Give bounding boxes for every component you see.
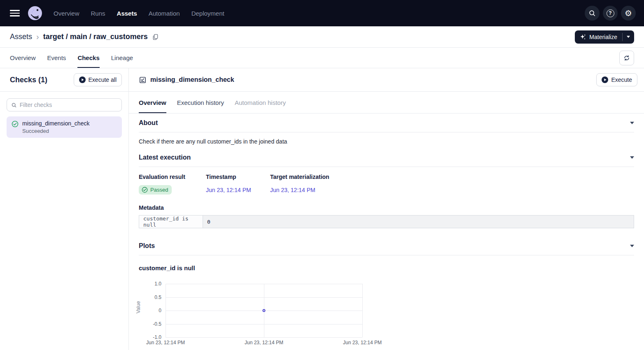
tab-overview[interactable]: Overview [10,48,36,68]
dagster-logo-icon[interactable] [27,5,43,21]
execute-all-button[interactable]: Execute all [74,73,122,86]
x-tick: Jun 23, 12:14 PM [343,340,382,345]
chevron-down-icon [627,36,630,38]
top-navbar: Overview Runs Assets Automation Deployme… [0,0,644,26]
help-button[interactable]: ? [603,6,618,21]
check-circle-icon [142,187,148,193]
check-detail-title: missing_dimension_check [150,76,234,83]
breadcrumb-asset-key: target / main / raw_customers [43,32,148,41]
filter-checks-box [7,98,122,111]
execute-all-label: Execute all [89,76,117,83]
latest-execution-section-header: Latest execution [139,148,634,167]
subtab-overview[interactable]: Overview [139,92,166,113]
nav-item-overview[interactable]: Overview [54,10,79,17]
metadata-table: customer_id is null 0 [139,215,634,228]
y-tick: 0.5 [154,294,161,300]
column-timestamp: Timestamp [206,174,270,180]
refresh-icon [623,54,630,62]
search-icon [588,9,596,17]
x-tick: Jun 23, 12:14 PM [245,340,283,345]
check-circle-icon [12,121,19,127]
subtab-automation-history[interactable]: Automation history [235,92,286,113]
play-icon [79,76,86,83]
y-axis-label: Value [135,301,141,313]
plot-title: customer_id is null [139,264,634,271]
materialize-button[interactable]: Materialize [575,30,622,44]
timestamp-link[interactable]: Jun 23, 12:14 PM [206,187,251,193]
x-tick: Jun 23, 12:14 PM [146,340,185,345]
sparkle-icon [580,34,586,40]
collapse-chevron-icon[interactable] [630,156,634,159]
breadcrumb-row: Assets › target / main / raw_customers M… [0,26,644,48]
nav-item-deployment[interactable]: Deployment [191,10,224,17]
search-icon [11,102,17,108]
checks-sidebar: Checks (1) Execute all [0,68,129,350]
metadata-title: Metadata [139,204,634,211]
tab-events[interactable]: Events [47,48,66,68]
checks-count-title: Checks (1) [10,76,47,84]
column-evaluation-result: Evaluation result [139,174,206,180]
column-target-materialization: Target materialization [270,174,634,180]
metadata-key: customer_id is null [139,216,203,228]
y-tick: -0.5 [153,321,161,327]
execute-button[interactable]: Execute [596,73,637,86]
y-tick: 0 [159,308,161,313]
filter-checks-input[interactable] [20,102,117,108]
materialize-label: Materialize [589,34,617,40]
plots-title: Plots [139,242,155,250]
y-tick: -1.0 [153,334,161,340]
latest-execution-table: Evaluation result Timestamp Target mater… [139,174,634,195]
y-axis-ticks: 1.0 0.5 0 -0.5 -1.0 [147,284,166,337]
refresh-button[interactable] [619,51,634,65]
about-description: Check if there are any null customer_ids… [139,138,634,145]
asset-tabs: Overview Events Checks Lineage [0,48,644,68]
search-button[interactable] [585,6,600,21]
plot-area: Jun 23, 12:14 PM Jun 23, 12:14 PM Jun 23… [166,284,362,337]
breadcrumb-chevron-icon: › [36,32,39,42]
help-icon: ? [607,9,614,17]
target-materialization-link[interactable]: Jun 23, 12:14 PM [270,187,315,193]
metadata-row: customer_id is null 0 [139,216,634,228]
nav-item-runs[interactable]: Runs [91,10,105,17]
nav-item-assets[interactable]: Assets [117,10,137,17]
copy-icon[interactable] [152,33,159,40]
check-status: Succeeded [22,128,89,134]
subtab-execution-history[interactable]: Execution history [177,92,224,113]
passed-label: Passed [150,187,168,193]
y-tick: 1.0 [154,281,161,287]
tab-checks[interactable]: Checks [77,48,99,68]
asset-check-icon [139,76,147,84]
breadcrumb-assets-link[interactable]: Assets [10,32,32,41]
check-list-item[interactable]: missing_dimension_check Succeeded [7,116,122,138]
about-title: About [139,119,158,127]
about-section-header: About [139,114,634,132]
hamburger-menu-icon[interactable] [10,10,20,16]
plots-section-header: Plots [139,236,634,255]
materialize-split-button: Materialize [575,30,634,44]
latest-execution-title: Latest execution [139,154,191,161]
data-point[interactable] [263,309,266,312]
passed-badge: Passed [139,185,172,195]
check-overview-content: About Check if there are any null custom… [129,114,644,350]
tab-lineage[interactable]: Lineage [111,48,133,68]
primary-nav: Overview Runs Assets Automation Deployme… [54,10,224,17]
collapse-chevron-icon[interactable] [630,122,634,124]
settings-button[interactable]: ⚙ [621,6,636,21]
check-subtabs: Overview Execution history Automation hi… [129,92,644,114]
collapse-chevron-icon[interactable] [630,245,634,247]
materialize-dropdown-button[interactable] [623,30,634,44]
metadata-value: 0 [203,216,634,228]
gear-icon: ⚙ [625,9,632,17]
nav-item-automation[interactable]: Automation [149,10,180,17]
value-chart: Value 1.0 0.5 0 -0.5 -1.0 [139,284,634,337]
check-name: missing_dimension_check [22,120,89,127]
execute-label: Execute [611,76,632,83]
play-icon [602,76,608,83]
check-detail-panel: missing_dimension_check Execute Overview… [129,68,644,350]
